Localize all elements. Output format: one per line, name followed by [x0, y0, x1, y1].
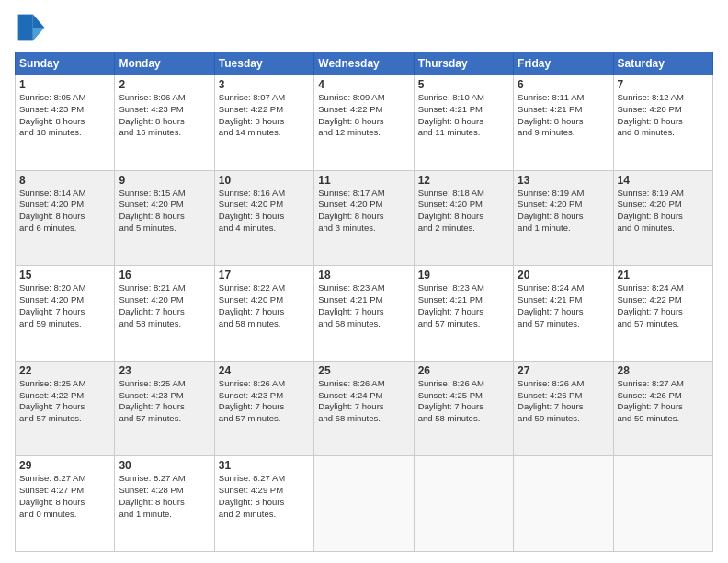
calendar-header-cell: Sunday: [16, 52, 115, 75]
day-info: Sunrise: 8:10 AM Sunset: 4:21 PM Dayligh…: [418, 92, 509, 139]
day-number: 25: [318, 364, 409, 377]
calendar-header-cell: Thursday: [414, 52, 513, 75]
day-info: Sunrise: 8:26 AM Sunset: 4:24 PM Dayligh…: [318, 378, 409, 425]
day-number: 9: [119, 174, 210, 187]
day-number: 11: [318, 174, 409, 187]
calendar-day-cell: 22Sunrise: 8:25 AM Sunset: 4:22 PM Dayli…: [16, 361, 115, 456]
day-number: 26: [418, 364, 509, 377]
day-info: Sunrise: 8:25 AM Sunset: 4:22 PM Dayligh…: [19, 378, 110, 425]
calendar-day-cell: [314, 456, 414, 552]
calendar-day-cell: 16Sunrise: 8:21 AM Sunset: 4:20 PM Dayli…: [115, 266, 214, 362]
day-info: Sunrise: 8:09 AM Sunset: 4:22 PM Dayligh…: [318, 92, 409, 139]
calendar-header-cell: Wednesday: [314, 52, 414, 75]
calendar-week-row: 29Sunrise: 8:27 AM Sunset: 4:27 PM Dayli…: [16, 456, 713, 552]
calendar-day-cell: 14Sunrise: 8:19 AM Sunset: 4:20 PM Dayli…: [613, 170, 712, 266]
calendar-header-cell: Friday: [514, 52, 613, 75]
day-info: Sunrise: 8:23 AM Sunset: 4:21 PM Dayligh…: [418, 282, 509, 329]
day-info: Sunrise: 8:21 AM Sunset: 4:20 PM Dayligh…: [119, 282, 210, 329]
calendar-header-cell: Monday: [115, 52, 214, 75]
calendar-day-cell: 12Sunrise: 8:18 AM Sunset: 4:20 PM Dayli…: [414, 170, 513, 266]
day-info: Sunrise: 8:27 AM Sunset: 4:28 PM Dayligh…: [119, 473, 210, 520]
day-info: Sunrise: 8:05 AM Sunset: 4:23 PM Dayligh…: [19, 92, 110, 139]
day-info: Sunrise: 8:23 AM Sunset: 4:21 PM Dayligh…: [318, 282, 409, 329]
calendar-day-cell: 7Sunrise: 8:12 AM Sunset: 4:20 PM Daylig…: [613, 75, 712, 171]
day-info: Sunrise: 8:27 AM Sunset: 4:29 PM Dayligh…: [219, 473, 310, 520]
day-info: Sunrise: 8:06 AM Sunset: 4:23 PM Dayligh…: [119, 92, 210, 139]
day-number: 10: [219, 174, 310, 187]
day-number: 22: [19, 364, 110, 377]
calendar-day-cell: 29Sunrise: 8:27 AM Sunset: 4:27 PM Dayli…: [16, 456, 115, 552]
day-number: 28: [618, 364, 709, 377]
day-info: Sunrise: 8:15 AM Sunset: 4:20 PM Dayligh…: [119, 188, 210, 235]
day-info: Sunrise: 8:11 AM Sunset: 4:21 PM Dayligh…: [518, 92, 609, 139]
calendar-day-cell: 13Sunrise: 8:19 AM Sunset: 4:20 PM Dayli…: [514, 170, 613, 266]
day-info: Sunrise: 8:24 AM Sunset: 4:22 PM Dayligh…: [618, 282, 709, 329]
day-number: 29: [19, 459, 110, 472]
calendar-day-cell: 30Sunrise: 8:27 AM Sunset: 4:28 PM Dayli…: [115, 456, 214, 552]
calendar-day-cell: 10Sunrise: 8:16 AM Sunset: 4:20 PM Dayli…: [214, 170, 313, 266]
calendar-day-cell: 31Sunrise: 8:27 AM Sunset: 4:29 PM Dayli…: [214, 456, 313, 552]
day-info: Sunrise: 8:22 AM Sunset: 4:20 PM Dayligh…: [219, 282, 310, 329]
day-number: 4: [318, 78, 409, 91]
day-number: 20: [518, 269, 609, 282]
calendar-day-cell: 6Sunrise: 8:11 AM Sunset: 4:21 PM Daylig…: [514, 75, 613, 171]
day-number: 23: [119, 364, 210, 377]
calendar-day-cell: 11Sunrise: 8:17 AM Sunset: 4:20 PM Dayli…: [314, 170, 414, 266]
day-info: Sunrise: 8:19 AM Sunset: 4:20 PM Dayligh…: [618, 188, 709, 235]
day-info: Sunrise: 8:12 AM Sunset: 4:20 PM Dayligh…: [618, 92, 709, 139]
day-number: 8: [19, 174, 110, 187]
day-info: Sunrise: 8:27 AM Sunset: 4:27 PM Dayligh…: [19, 473, 110, 520]
calendar-day-cell: 18Sunrise: 8:23 AM Sunset: 4:21 PM Dayli…: [314, 266, 414, 362]
day-number: 2: [119, 78, 210, 91]
calendar-day-cell: 15Sunrise: 8:20 AM Sunset: 4:20 PM Dayli…: [16, 266, 115, 362]
calendar-week-row: 1Sunrise: 8:05 AM Sunset: 4:23 PM Daylig…: [16, 75, 713, 171]
day-info: Sunrise: 8:20 AM Sunset: 4:20 PM Dayligh…: [19, 282, 110, 329]
calendar-day-cell: 3Sunrise: 8:07 AM Sunset: 4:22 PM Daylig…: [214, 75, 313, 171]
day-info: Sunrise: 8:26 AM Sunset: 4:25 PM Dayligh…: [418, 378, 509, 425]
day-info: Sunrise: 8:07 AM Sunset: 4:22 PM Dayligh…: [219, 92, 310, 139]
day-number: 1: [19, 78, 110, 91]
calendar-day-cell: 21Sunrise: 8:24 AM Sunset: 4:22 PM Dayli…: [613, 266, 712, 362]
calendar-week-row: 8Sunrise: 8:14 AM Sunset: 4:20 PM Daylig…: [16, 170, 713, 266]
day-number: 24: [219, 364, 310, 377]
calendar-day-cell: 1Sunrise: 8:05 AM Sunset: 4:23 PM Daylig…: [16, 75, 115, 171]
day-number: 3: [219, 78, 310, 91]
day-number: 6: [518, 78, 609, 91]
calendar-day-cell: 5Sunrise: 8:10 AM Sunset: 4:21 PM Daylig…: [414, 75, 513, 171]
day-info: Sunrise: 8:16 AM Sunset: 4:20 PM Dayligh…: [219, 188, 310, 235]
day-number: 13: [518, 174, 609, 187]
calendar-day-cell: 9Sunrise: 8:15 AM Sunset: 4:20 PM Daylig…: [115, 170, 214, 266]
day-number: 17: [219, 269, 310, 282]
calendar-day-cell: 19Sunrise: 8:23 AM Sunset: 4:21 PM Dayli…: [414, 266, 513, 362]
day-info: Sunrise: 8:19 AM Sunset: 4:20 PM Dayligh…: [518, 188, 609, 235]
calendar-day-cell: [514, 456, 613, 552]
day-number: 16: [119, 269, 210, 282]
day-info: Sunrise: 8:17 AM Sunset: 4:20 PM Dayligh…: [318, 188, 409, 235]
calendar-header-row: SundayMondayTuesdayWednesdayThursdayFrid…: [16, 52, 713, 75]
calendar-day-cell: 2Sunrise: 8:06 AM Sunset: 4:23 PM Daylig…: [115, 75, 214, 171]
day-info: Sunrise: 8:14 AM Sunset: 4:20 PM Dayligh…: [19, 188, 110, 235]
calendar-day-cell: 8Sunrise: 8:14 AM Sunset: 4:20 PM Daylig…: [16, 170, 115, 266]
day-info: Sunrise: 8:26 AM Sunset: 4:23 PM Dayligh…: [219, 378, 310, 425]
calendar-header-cell: Tuesday: [214, 52, 313, 75]
day-info: Sunrise: 8:27 AM Sunset: 4:26 PM Dayligh…: [618, 378, 709, 425]
day-number: 5: [418, 78, 509, 91]
calendar-week-row: 22Sunrise: 8:25 AM Sunset: 4:22 PM Dayli…: [16, 361, 713, 456]
svg-rect-2: [18, 15, 33, 41]
day-info: Sunrise: 8:25 AM Sunset: 4:23 PM Dayligh…: [119, 378, 210, 425]
calendar-day-cell: [613, 456, 712, 552]
day-number: 18: [318, 269, 409, 282]
calendar-table: SundayMondayTuesdayWednesdayThursdayFrid…: [15, 52, 713, 552]
day-number: 19: [418, 269, 509, 282]
calendar-day-cell: 17Sunrise: 8:22 AM Sunset: 4:20 PM Dayli…: [214, 266, 313, 362]
calendar-day-cell: 25Sunrise: 8:26 AM Sunset: 4:24 PM Dayli…: [314, 361, 414, 456]
calendar-day-cell: 20Sunrise: 8:24 AM Sunset: 4:21 PM Dayli…: [514, 266, 613, 362]
day-number: 15: [19, 269, 110, 282]
calendar-header-cell: Saturday: [613, 52, 712, 75]
calendar-day-cell: [414, 456, 513, 552]
day-info: Sunrise: 8:26 AM Sunset: 4:26 PM Dayligh…: [518, 378, 609, 425]
day-number: 31: [219, 459, 310, 472]
svg-marker-1: [33, 28, 45, 40]
logo: [15, 11, 51, 44]
svg-marker-0: [33, 15, 45, 28]
